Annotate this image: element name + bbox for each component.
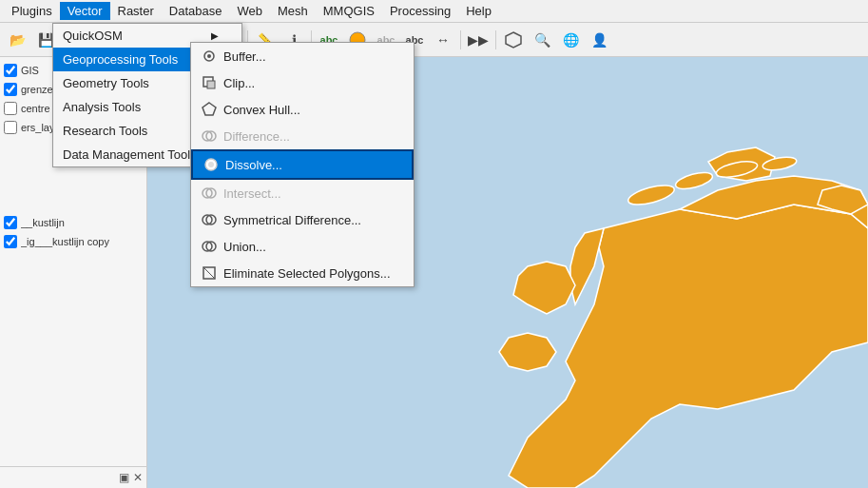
menu-vector[interactable]: Vector [60,2,110,20]
difference-label: Difference... [223,129,290,144]
geoprocessing-submenu: Buffer... Clip... Convex Hull... [190,42,415,287]
svg-line-30 [203,267,215,279]
svg-point-22 [208,162,214,167]
buffer-icon [201,48,218,65]
toolbar-sep-6 [495,30,496,49]
dissolve-icon [203,156,220,173]
clip-label: Clip... [223,76,255,90]
buffer-label: Buffer... [223,49,266,64]
toolbar-sep-5 [460,30,461,49]
layer-checkbox-centre[interactable] [4,102,17,115]
symdiff-label: Symmetrical Difference... [223,213,361,227]
analysis-label: Analysis Tools [63,100,141,114]
move-btn[interactable]: ↔ [430,27,456,53]
datamanagement-label: Data Management Tools [63,147,197,162]
menu-eliminate[interactable]: Eliminate Selected Polygons... [191,260,414,286]
svg-marker-18 [203,103,216,115]
convexhull-label: Convex Hull... [223,103,300,117]
layer-name-gis: GIS [21,65,39,76]
panel-controls: ▣ ✕ [0,466,146,488]
intersect-label: Intersect... [223,186,281,201]
geoprocessing-label: Geoprocessing Tools [63,52,178,67]
layer-checkbox-grenzen[interactable] [4,83,17,96]
menu-dissolve[interactable]: Dissolve... [191,149,414,180]
menu-mmqgis[interactable]: MMQGIS [316,2,382,20]
svg-marker-7 [499,333,556,371]
union-label: Union... [223,240,266,254]
menu-buffer[interactable]: Buffer... [191,43,414,69]
menu-web[interactable]: Web [229,2,270,20]
layer-name-kustlijn: __kustlijn [21,217,65,228]
menu-convexhull[interactable]: Convex Hull... [191,96,414,123]
layer-checkbox-kustlijn-copy[interactable] [4,235,17,248]
quickosm-label: QuickOSM [63,29,123,43]
menu-processing[interactable]: Processing [382,2,458,20]
clip-icon [201,74,218,91]
open-file-btn[interactable]: 📂 [4,27,30,53]
dissolve-label: Dissolve... [225,158,282,172]
panel-icon-grid[interactable]: ▣ [119,471,129,484]
layer-checkbox-gis[interactable] [4,64,17,77]
eliminate-icon [201,264,218,282]
menu-bar: Plugins Vector Raster Database Web Mesh … [0,0,868,23]
intersect-icon [201,185,218,202]
panel-icon-close[interactable]: ✕ [133,471,143,484]
more-btn[interactable]: ▶▶ [465,27,492,53]
layer-name-kustlijn-copy: _ig___kustlijn copy [21,236,109,247]
svg-point-15 [207,54,211,58]
research-label: Research Tools [63,124,147,138]
difference-icon [201,127,218,145]
zoom-native-btn[interactable]: 🔍 [529,27,555,53]
menu-database[interactable]: Database [162,2,230,20]
menu-mesh[interactable]: Mesh [270,2,316,20]
svg-rect-17 [207,81,215,88]
menu-plugins[interactable]: Plugins [4,2,60,20]
convexhull-icon [201,101,218,118]
symdiff-icon [201,211,218,228]
layer-checkbox-kustlijn[interactable] [4,216,17,229]
person-btn[interactable]: 👤 [586,27,612,53]
eliminate-label: Eliminate Selected Polygons... [223,266,391,281]
list-item[interactable]: _ig___kustlijn copy [0,232,146,251]
union-icon [201,238,218,255]
menu-difference[interactable]: Difference... [191,123,414,149]
hex-btn[interactable] [500,27,527,53]
menu-union[interactable]: Union... [191,233,414,260]
menu-raster[interactable]: Raster [110,2,162,20]
menu-intersect[interactable]: Intersect... [191,180,414,206]
svg-marker-1 [506,32,521,48]
menu-clip[interactable]: Clip... [191,69,414,96]
quickosm-arrow: ▶ [211,30,219,41]
list-item[interactable]: __kustlijn [0,213,146,232]
layer-checkbox-ers[interactable] [4,121,17,134]
menu-symdiff[interactable]: Symmetrical Difference... [191,206,414,233]
menu-help[interactable]: Help [458,2,499,20]
zoom-layer-btn[interactable]: 🌐 [557,27,584,53]
geometry-label: Geometry Tools [63,76,149,90]
